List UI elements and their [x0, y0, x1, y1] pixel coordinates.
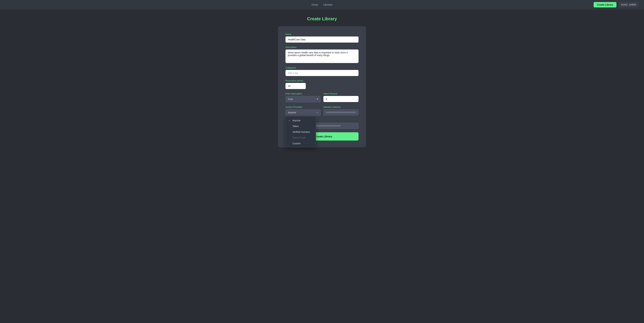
nav-links: Home Libraries: [312, 3, 332, 6]
main-content: Create Library Name Description lorem ip…: [0, 9, 644, 157]
access-providers-dropdown-button[interactable]: Anyone ▼: [286, 109, 321, 116]
nav-home-link[interactable]: Home: [312, 3, 318, 6]
dropdown-item-sismo-proof: Sismo Proof: [286, 135, 316, 141]
access-providers-selected-value: Anyone: [288, 111, 296, 114]
categories-input[interactable]: [286, 70, 358, 76]
page-title: Create Library: [307, 16, 337, 21]
revocation-input[interactable]: [286, 83, 306, 89]
access-providers-col: Access Providers Anyone ▼ ✓ Anyone: [286, 106, 321, 116]
categories-group: Categories: [286, 66, 358, 76]
dropdown-item-verified-humans[interactable]: Verified Humans: [286, 129, 316, 135]
dropdown-item-label-custom: Custom: [292, 142, 300, 145]
nav-libraries-link[interactable]: Libraries: [323, 3, 332, 6]
dropdown-item-custom[interactable]: Custom: [286, 141, 316, 146]
access-providers-label: Access Providers: [286, 106, 321, 108]
paid-subscription-select[interactable]: Free Paid: [286, 96, 321, 102]
dropdown-item-anyone[interactable]: ✓ Anyone: [286, 118, 316, 123]
wallet-address-button[interactable]: 0x3A2...6AB28: [618, 2, 638, 7]
description-textarea[interactable]: lorem ipsum health care data is importan…: [286, 49, 358, 63]
dropdown-item-label-sismo-proof: Sismo Proof: [292, 136, 305, 139]
access-providers-dropdown-wrapper: Anyone ▼ ✓ Anyone Token: [286, 109, 321, 116]
paid-subscription-group: Paid subscription Free Paid: [286, 92, 321, 102]
chevron-down-icon: ▼: [316, 112, 318, 113]
nav-right: Create Library 0x3A2...6AB28: [594, 2, 638, 7]
attesters-address-input[interactable]: [323, 109, 358, 116]
check-icon: ✓: [288, 119, 291, 122]
navbar: Home Libraries Create Library 0x3A2...6A…: [0, 0, 644, 9]
subscription-reward-row: Paid subscription Free Paid Attest Rewar…: [286, 92, 358, 102]
revocation-group: Revocation period: [286, 79, 358, 89]
attest-reward-group: Attest Reward: [323, 92, 358, 102]
name-input[interactable]: [286, 36, 358, 42]
revocation-label: Revocation period: [286, 79, 358, 82]
categories-label: Categories: [286, 66, 358, 69]
attest-reward-input[interactable]: [323, 96, 358, 102]
dropdown-item-label-token: Token: [292, 125, 299, 128]
attesters-address-label: Attesters Address: [323, 106, 358, 108]
create-library-nav-button[interactable]: Create Library: [594, 2, 616, 7]
create-library-form-card: Name Description lorem ipsum health care…: [278, 26, 366, 147]
dropdown-item-label-anyone: Anyone: [292, 119, 300, 122]
create-library-submit-label: Create Library: [315, 135, 332, 138]
description-group: Description lorem ipsum health care data…: [286, 46, 358, 63]
access-providers-dropdown-menu: ✓ Anyone Token Verified Humans: [286, 116, 316, 147]
name-group: Name: [286, 33, 358, 42]
description-label: Description: [286, 46, 358, 48]
access-attesters-row: Access Providers Anyone ▼ ✓ Anyone: [286, 106, 358, 116]
attesters-address-col: Attesters Address: [323, 106, 358, 116]
name-label: Name: [286, 33, 358, 35]
paid-subscription-label: Paid subscription: [286, 92, 321, 95]
dropdown-item-token[interactable]: Token: [286, 123, 316, 129]
attest-reward-label: Attest Reward: [323, 92, 358, 95]
dropdown-item-label-verified-humans: Verified Humans: [292, 131, 310, 133]
